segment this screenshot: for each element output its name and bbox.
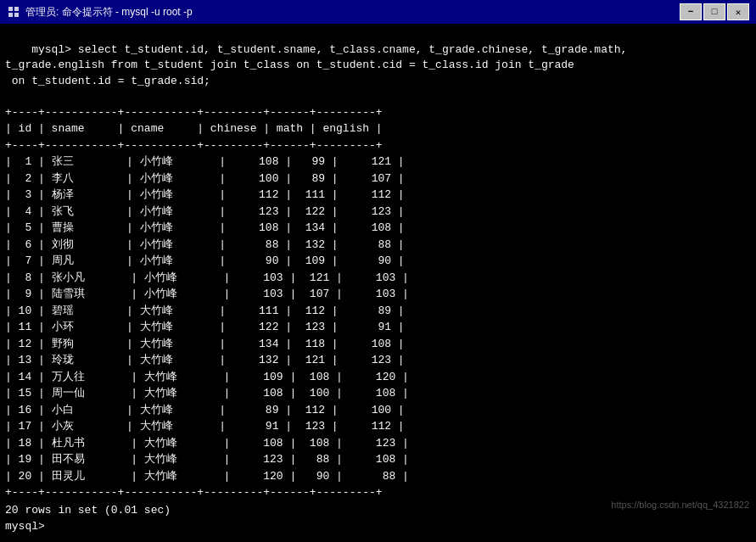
mysql-prompt: mysql>	[31, 43, 78, 56]
window-title: 管理员: 命令提示符 - mysql -u root -p	[25, 5, 680, 20]
window-controls: − □ ✕	[680, 3, 749, 20]
sql-command-line: mysql> select t_student.id, t_student.sn…	[5, 27, 751, 104]
window-icon	[7, 5, 20, 19]
sql-query: select t_student.id, t_student.sname, t_…	[5, 43, 627, 87]
terminal-area: mysql> select t_student.id, t_student.sn…	[0, 24, 756, 542]
svg-rect-0	[8, 7, 13, 11]
svg-rect-2	[8, 13, 13, 17]
svg-rect-3	[14, 13, 19, 17]
maximize-button[interactable]: □	[703, 3, 725, 20]
svg-rect-1	[14, 7, 19, 11]
query-result-table: +----+-----------+-----------+---------+…	[5, 104, 751, 501]
close-button[interactable]: ✕	[727, 3, 749, 20]
minimize-button[interactable]: −	[680, 3, 702, 20]
bottom-mysql-prompt: mysql>	[5, 520, 751, 533]
title-bar: 管理员: 命令提示符 - mysql -u root -p − □ ✕	[0, 0, 756, 24]
watermark-text: https://blog.csdn.net/qq_4321822	[611, 500, 749, 510]
